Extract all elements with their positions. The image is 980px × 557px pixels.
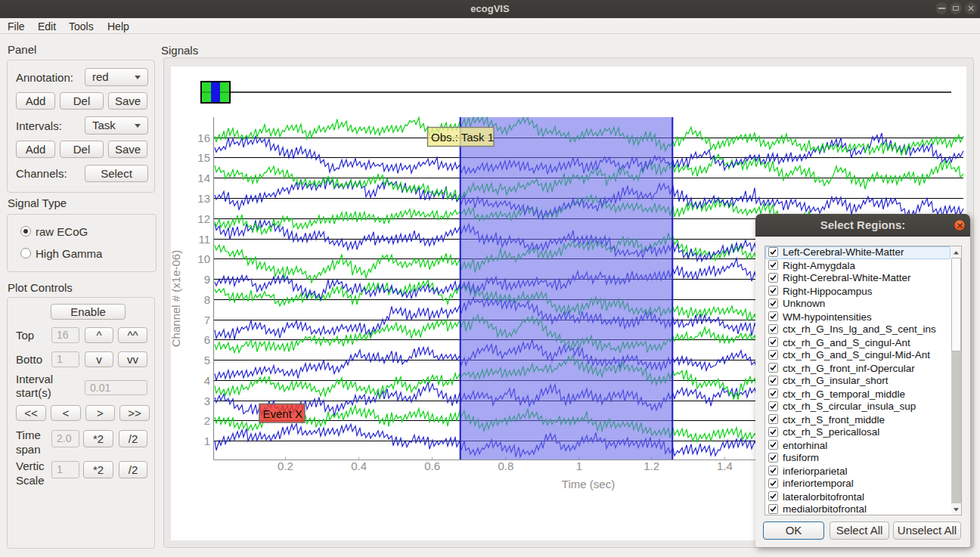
svg-text:12: 12 xyxy=(197,212,210,225)
svg-text:10: 10 xyxy=(197,252,210,265)
svg-text:Event X: Event X xyxy=(263,407,303,420)
svg-text:16: 16 xyxy=(197,132,210,144)
svg-text:9: 9 xyxy=(204,273,210,286)
svg-text:Obs.: Task 1: Obs.: Task 1 xyxy=(431,131,494,144)
svg-text:6: 6 xyxy=(204,333,210,346)
svg-text:11: 11 xyxy=(198,233,210,246)
svg-text:8: 8 xyxy=(204,293,210,306)
svg-text:1.2: 1.2 xyxy=(644,460,659,472)
svg-text:Channel # (x1e-06): Channel # (x1e-06) xyxy=(169,250,182,347)
svg-text:Time (sec): Time (sec) xyxy=(562,478,615,490)
svg-text:5: 5 xyxy=(204,354,210,367)
svg-text:7: 7 xyxy=(204,314,210,326)
svg-text:0.8: 0.8 xyxy=(498,460,513,472)
svg-text:14: 14 xyxy=(197,172,210,184)
svg-text:0.4: 0.4 xyxy=(351,460,367,472)
svg-text:1: 1 xyxy=(576,460,582,472)
svg-text:15: 15 xyxy=(197,151,210,164)
svg-text:1.4: 1.4 xyxy=(717,460,733,472)
svg-text:0.2: 0.2 xyxy=(278,460,293,472)
svg-text:4: 4 xyxy=(204,374,210,387)
svg-text:3: 3 xyxy=(204,395,210,407)
svg-text:13: 13 xyxy=(197,192,210,205)
svg-text:0.6: 0.6 xyxy=(424,460,440,472)
svg-text:1: 1 xyxy=(204,435,210,447)
svg-text:2: 2 xyxy=(204,414,210,427)
